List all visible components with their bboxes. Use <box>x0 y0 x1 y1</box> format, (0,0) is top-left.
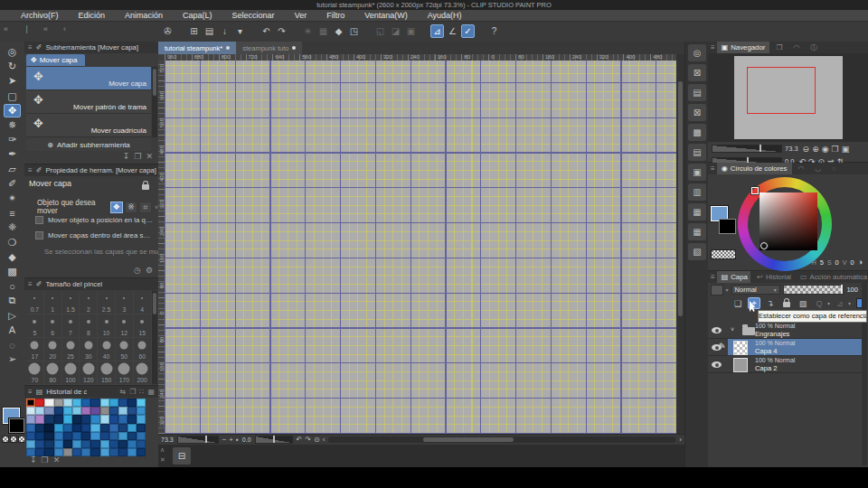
material-folder-icon[interactable]: ▥ <box>688 183 706 201</box>
color-swatch[interactable] <box>109 424 118 432</box>
visibility-eye-icon[interactable] <box>712 361 722 368</box>
navigator-zoom-slider[interactable] <box>712 145 782 153</box>
brush-size-cell[interactable]: 5 <box>26 314 44 338</box>
zoom-tool[interactable]: ◎ <box>4 45 21 59</box>
brush-size-cell[interactable]: 7 <box>62 314 80 338</box>
menu-ventanaw[interactable]: Ventana(W) <box>354 10 418 22</box>
history-duplicate-icon[interactable]: ❐ <box>42 455 49 465</box>
sv-marker[interactable] <box>760 242 768 249</box>
menu-animacin[interactable]: Animación <box>115 10 173 22</box>
save-file-icon[interactable]: ↓ <box>218 24 231 38</box>
checkbox[interactable] <box>35 216 43 224</box>
wheel-transparent-swatch[interactable] <box>711 249 736 259</box>
tab-capa[interactable]: ▤Capa <box>717 271 751 283</box>
color-swatch[interactable] <box>72 432 81 440</box>
open-file-icon[interactable]: ▤ <box>203 24 216 38</box>
subtool-scrollbar[interactable] <box>152 67 157 137</box>
scroll-right-icon[interactable]: › <box>679 436 682 444</box>
lock-icon[interactable] <box>142 184 149 190</box>
material-all-icon[interactable]: ▤ <box>688 84 706 101</box>
color-swatch[interactable] <box>100 415 109 423</box>
color-swatch[interactable] <box>118 424 127 432</box>
snap-to-special-ruler-icon[interactable]: ∠ <box>446 24 459 38</box>
figure-lines-tool[interactable]: ≡ <box>4 206 21 220</box>
color-swatch[interactable] <box>137 424 146 432</box>
canvas-grid[interactable] <box>165 61 676 434</box>
layer-row[interactable]: ✎100 % NormalCapa 4 <box>708 339 862 356</box>
canvas-vertical-scrollbar[interactable] <box>676 54 684 434</box>
zoom-100-icon[interactable]: ▪ <box>236 436 239 444</box>
clear-icon[interactable]: ✳ <box>301 24 315 38</box>
color-swatch[interactable] <box>127 399 137 407</box>
color-swatch[interactable] <box>81 407 90 415</box>
rotate-ccw-icon[interactable]: ↶ <box>297 436 303 444</box>
zoom-out-icon[interactable]: − <box>222 436 227 444</box>
collapse-dock-left-icon[interactable]: « <box>4 24 8 33</box>
switch-order-icon[interactable]: ⇆ <box>119 388 126 396</box>
subtool-settings-icon[interactable]: ⚙ <box>146 266 153 275</box>
lock-layer-icon[interactable] <box>780 297 793 309</box>
menu-capal[interactable]: Capa(L) <box>173 10 222 22</box>
mixing-tab-icon[interactable]: ◌ <box>827 163 841 174</box>
color-swatch[interactable] <box>100 424 109 432</box>
brush-size-cell[interactable]: 70 <box>26 361 44 385</box>
color-slider-tab-icon[interactable]: ◠ <box>794 163 809 174</box>
subtool-group-tab[interactable]: ✥ Mover capa <box>26 54 85 66</box>
brush-size-cell[interactable]: 10 <box>98 314 116 338</box>
brush-size-cell[interactable]: 8 <box>80 314 98 338</box>
subtool-item[interactable]: ✥Mover cuadrícula <box>26 114 151 137</box>
text-tool[interactable]: A <box>4 324 21 337</box>
color-swatch[interactable] <box>127 407 137 415</box>
material-card-icon[interactable]: ▤ <box>688 144 706 161</box>
undo-icon[interactable]: ↶ <box>259 24 273 38</box>
color-swatch[interactable] <box>90 399 99 407</box>
eraser-shape-icon[interactable]: ◆ <box>332 24 345 38</box>
color-swatch[interactable] <box>100 440 109 448</box>
save-dropdown-icon[interactable]: ▾ <box>233 24 247 38</box>
color-swatch[interactable] <box>127 424 137 432</box>
color-swatch[interactable] <box>35 399 44 407</box>
rotate-slider[interactable] <box>255 436 293 444</box>
color-swatch[interactable] <box>35 440 44 448</box>
marquee-tool[interactable]: ▢ <box>4 89 21 103</box>
color-swatch[interactable] <box>118 399 127 407</box>
document-tab[interactable]: tutorial steampunk* <box>158 42 236 54</box>
blend-mode-select[interactable]: Normal ▾ <box>731 285 780 295</box>
information-tab-icon[interactable]: ⓘ <box>806 42 822 53</box>
color-swatch[interactable] <box>81 424 90 432</box>
color-swatch[interactable] <box>81 432 90 440</box>
brush-size-cell[interactable]: 1 <box>44 291 62 314</box>
color-swatch[interactable] <box>63 399 72 407</box>
color-swatch[interactable] <box>26 399 35 407</box>
chevron-down-icon[interactable]: ▾ <box>848 300 851 306</box>
brush-size-cell[interactable]: 4 <box>134 291 152 314</box>
menu-ayudah[interactable]: Ayuda(H) <box>418 10 472 22</box>
move-view-tool[interactable]: ↻ <box>4 60 21 73</box>
swatch-options-icon[interactable]: ∷ <box>139 388 144 396</box>
color-swatch[interactable] <box>54 432 63 440</box>
color-swatch[interactable] <box>54 407 63 415</box>
color-swatch[interactable] <box>137 440 146 448</box>
menu-archivof[interactable]: Archivo(F) <box>11 10 69 22</box>
color-swatch[interactable] <box>81 415 90 423</box>
brush-size-cell[interactable]: 120 <box>80 361 98 385</box>
material-search-icon[interactable]: ◎ <box>688 44 706 61</box>
brush-size-cell[interactable]: 12 <box>116 314 134 338</box>
brush-size-cell[interactable]: 50 <box>116 338 134 361</box>
fill-icon[interactable]: ▦ <box>316 24 330 38</box>
move-grid-object-button[interactable]: ⌗ <box>139 202 152 213</box>
color-swatch[interactable] <box>90 440 99 448</box>
brush-size-cell[interactable]: 20 <box>44 338 62 361</box>
color-swatch[interactable] <box>35 432 44 440</box>
color-swatch[interactable] <box>90 407 99 415</box>
brush-size-cell[interactable]: 200 <box>134 361 152 385</box>
visibility-eye-icon[interactable] <box>712 327 722 333</box>
color-swatch[interactable] <box>63 440 72 448</box>
brush-size-cell[interactable]: 100 <box>62 361 80 385</box>
color-swatch[interactable] <box>81 440 90 448</box>
color-swatch[interactable] <box>118 432 127 440</box>
zoom-slider[interactable] <box>177 436 219 444</box>
color-swatch[interactable] <box>127 432 137 440</box>
color-swatch[interactable] <box>35 424 44 432</box>
color-swatch[interactable] <box>63 424 72 432</box>
